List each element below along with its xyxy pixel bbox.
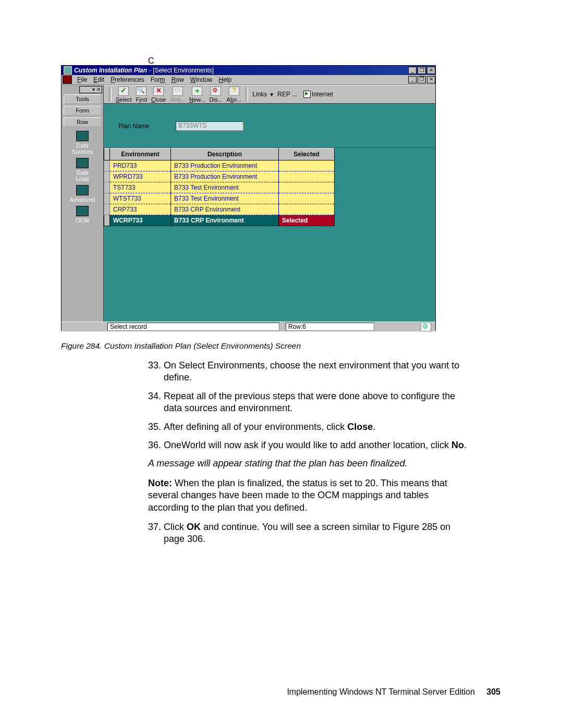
- menu-help[interactable]: Help: [215, 76, 235, 83]
- maximize-button[interactable]: ❐: [418, 67, 426, 74]
- status-row: Row:6: [286, 323, 374, 331]
- app-menu-icon[interactable]: [63, 76, 72, 84]
- row-header[interactable]: [104, 215, 110, 226]
- cell-environment[interactable]: WPRD733: [110, 171, 171, 182]
- find-icon: [136, 87, 146, 96]
- mdi-minimize[interactable]: _: [408, 76, 417, 83]
- dis-icon: [211, 87, 221, 96]
- grid-header-selected[interactable]: Selected: [279, 149, 335, 161]
- menu-row[interactable]: Row: [168, 76, 187, 83]
- cell-selected[interactable]: [279, 171, 335, 182]
- check-icon: [118, 87, 129, 96]
- data-load-icon: [76, 158, 89, 168]
- toolbar-about[interactable]: Abo...: [226, 87, 243, 103]
- grid-header-environment[interactable]: Environment: [110, 149, 171, 161]
- table-row[interactable]: CRP733B733 CRP Environment: [104, 204, 335, 215]
- menu-edit[interactable]: Edit: [90, 76, 107, 83]
- note-body: When the plan is finalized, the status i…: [148, 478, 447, 513]
- page-footer: Implementing Windows NT Terminal Server …: [0, 687, 563, 697]
- title-bar: Custom Installation Plan - [Select Envir…: [62, 66, 435, 75]
- cell-description[interactable]: B733 Test Environment: [171, 182, 279, 193]
- step-33: 33. On Select Environments, choose the n…: [148, 360, 471, 384]
- sidebar-btn-row[interactable]: Row: [64, 117, 101, 127]
- toolbar-new[interactable]: New...: [188, 87, 206, 103]
- menu-file[interactable]: File: [74, 76, 90, 83]
- mdi-close[interactable]: ✕: [427, 76, 435, 83]
- mdi-maximize[interactable]: ❐: [418, 76, 426, 83]
- toolbar: Select Find Close Seq...: [104, 85, 435, 104]
- cell-environment[interactable]: PRD733: [110, 161, 171, 171]
- internet-icon: [303, 91, 311, 98]
- table-row[interactable]: WCRP733B733 CRP EnvironmentSelected: [104, 215, 335, 226]
- sidebar-item-label: OCM: [62, 217, 103, 224]
- environments-grid[interactable]: Environment Description Selected PRD733B…: [104, 148, 435, 289]
- cell-selected[interactable]: [279, 161, 335, 171]
- cell-selected[interactable]: Selected: [279, 215, 335, 226]
- close-button[interactable]: ✕: [427, 67, 435, 74]
- sidebar-item-label: Data Load: [62, 169, 103, 182]
- step-37: 37. Click OK and continue. You will see …: [148, 521, 471, 546]
- step-35: 35. After defining all of your environme…: [148, 421, 471, 433]
- cell-selected[interactable]: [279, 193, 335, 204]
- cell-selected[interactable]: [279, 182, 335, 193]
- sidebar-btn-form[interactable]: Form: [64, 106, 101, 115]
- step-34: 34. Repeat all of the previous steps tha…: [148, 390, 471, 415]
- window-title: Custom Installation Plan: [74, 67, 147, 74]
- new-icon: [192, 87, 202, 96]
- row-header[interactable]: [104, 182, 110, 193]
- toolbar-select[interactable]: Select: [115, 87, 133, 103]
- step-number: 34.: [148, 390, 164, 415]
- internet-link[interactable]: Internet: [312, 91, 333, 98]
- cell-description[interactable]: B733 CRP Environment: [171, 215, 279, 226]
- menu-form[interactable]: Form: [148, 76, 168, 83]
- form-area: Plan Name B733WTS: [104, 104, 435, 148]
- menu-window[interactable]: Window: [187, 76, 216, 83]
- grid-header-row: Environment Description Selected: [104, 149, 335, 161]
- main-area: Select Find Close Seq...: [104, 85, 435, 322]
- row-header[interactable]: [104, 204, 110, 215]
- sidebar: ▾ ✕ Tools Form Row Data Sources Data Loa…: [62, 85, 104, 322]
- cell-environment[interactable]: CRP733: [110, 204, 171, 215]
- row-header[interactable]: [104, 171, 110, 182]
- row-header[interactable]: [104, 161, 110, 171]
- toolbar-close[interactable]: Close: [150, 87, 167, 103]
- step-number: 37.: [148, 521, 164, 546]
- menu-preferences[interactable]: Preferences: [107, 76, 148, 83]
- cell-environment[interactable]: TST733: [110, 182, 171, 193]
- sidebar-item-advanced[interactable]: Advanced: [62, 185, 103, 203]
- italic-note: A message will appear stating that the p…: [148, 458, 471, 470]
- step-36: 36. OneWorld will now ask if you would l…: [148, 439, 471, 451]
- toolbar-find[interactable]: Find: [135, 87, 148, 103]
- application-window: Custom Installation Plan - [Select Envir…: [61, 65, 436, 331]
- advanced-icon: [76, 185, 89, 195]
- sidebar-pulldown[interactable]: ▾ ✕: [79, 86, 102, 93]
- sidebar-item-ocm[interactable]: OCM: [62, 206, 103, 224]
- ocm-icon: [76, 206, 89, 216]
- toolbar-dis[interactable]: Dis...: [209, 87, 224, 103]
- cell-environment[interactable]: WTST733: [110, 193, 171, 204]
- cell-description[interactable]: B733 Production Environment: [171, 161, 279, 171]
- dropdown-icon[interactable]: ▼: [269, 92, 274, 97]
- table-row[interactable]: TST733B733 Test Environment: [104, 182, 335, 193]
- sidebar-item-data-sources[interactable]: Data Sources: [62, 131, 103, 155]
- links-label: Links: [252, 91, 267, 98]
- sidebar-btn-tools[interactable]: Tools: [64, 94, 101, 104]
- table-row[interactable]: WPRD733B733 Production Environment: [104, 171, 335, 182]
- cell-environment[interactable]: WCRP733: [110, 215, 171, 226]
- table-row[interactable]: WTST733B733 Test Environment: [104, 193, 335, 204]
- rep-link[interactable]: REP ...: [277, 91, 297, 98]
- footer-page-number: 305: [486, 687, 500, 696]
- minimize-button[interactable]: _: [408, 67, 417, 74]
- cell-description[interactable]: B733 CRP Environment: [171, 204, 279, 215]
- grid-header-description[interactable]: Description: [171, 149, 279, 161]
- cell-selected[interactable]: [279, 204, 335, 215]
- table-row[interactable]: PRD733B733 Production Environment: [104, 161, 335, 171]
- toolbar-seq: Seq...: [169, 87, 186, 103]
- cell-description[interactable]: B733 Test Environment: [171, 193, 279, 204]
- cell-description[interactable]: B733 Production Environment: [171, 171, 279, 182]
- data-sources-icon: [76, 131, 89, 141]
- row-header[interactable]: [104, 193, 110, 204]
- window-subtitle: - [Select Environments]: [149, 67, 214, 74]
- sidebar-item-data-load[interactable]: Data Load: [62, 158, 103, 182]
- plan-name-field[interactable]: B733WTS: [176, 121, 243, 131]
